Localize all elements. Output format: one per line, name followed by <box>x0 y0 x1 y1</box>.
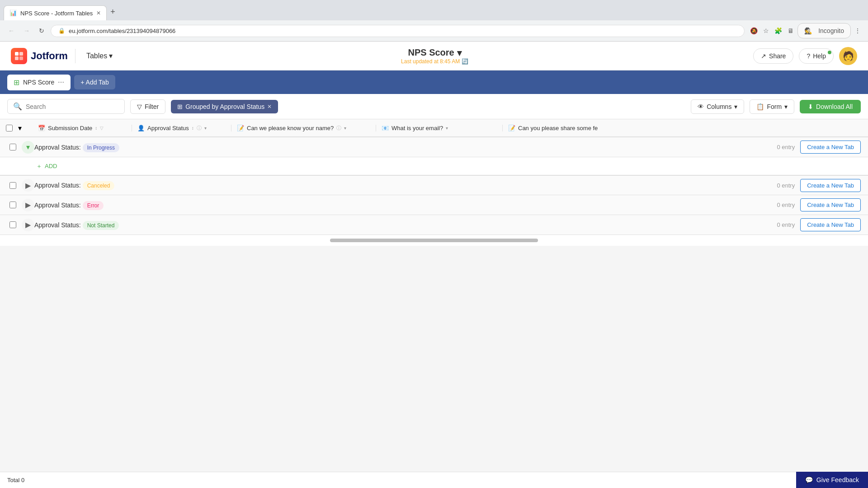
last-updated-text: Last updated at 8:45 AM <box>401 58 460 65</box>
add-row-button[interactable]: ＋ ADD <box>36 162 57 170</box>
bookmark-icon[interactable]: ☆ <box>761 25 771 36</box>
group-checkbox-0[interactable] <box>4 144 22 150</box>
browser-extra-icons: 🔕 ☆ 🧩 🖥 🕵 Incognito ⋮ <box>748 23 863 38</box>
share-label: Can you please share some fe <box>518 125 598 131</box>
add-tab-button[interactable]: + Add Tab <box>74 75 115 89</box>
address-bar[interactable]: 🔒 eu.jotform.com/tables/231394094879066 <box>51 25 745 37</box>
group-expand-2[interactable]: ▶ <box>22 199 34 211</box>
name-header[interactable]: 📝 Can we please know your name? ⓘ ▾ <box>231 125 376 131</box>
submission-date-col-icon: 📅 <box>38 125 45 131</box>
help-label: Help <box>813 52 826 60</box>
tab-label: NPS Score <box>23 79 54 86</box>
help-button[interactable]: ? Help <box>799 48 834 64</box>
tab-options-icon[interactable]: ⋯ <box>58 79 64 86</box>
group-label-text-2: Approval Status: <box>34 202 83 209</box>
page-title[interactable]: NPS Score <box>408 47 461 58</box>
browser-tab-active[interactable]: 📊 NPS Score - Jotform Tables ✕ <box>4 5 107 20</box>
approval-status-caret-icon[interactable]: ▾ <box>204 126 207 131</box>
svg-rect-2 <box>15 56 19 60</box>
submission-date-sort-icon[interactable]: ↕ <box>95 126 97 131</box>
approval-status-header[interactable]: 👤 Approval Status ↕ ⓘ ▾ <box>132 125 231 131</box>
submission-date-header[interactable]: 📅 Submission Date ↕ ▽ <box>33 125 132 131</box>
share-header[interactable]: 📝 Can you please share some fe <box>503 125 868 131</box>
filter-button[interactable]: ▽ Filter <box>130 99 165 114</box>
user-avatar[interactable]: 🧑 <box>839 47 857 65</box>
group-checkbox-1[interactable] <box>4 182 22 189</box>
tables-button[interactable]: Tables <box>83 50 116 62</box>
group-checkbox-2[interactable] <box>4 202 22 208</box>
horizontal-scrollbar[interactable] <box>330 239 538 242</box>
incognito-label: Incognito <box>816 25 846 36</box>
svg-rect-1 <box>19 52 23 56</box>
group-badge-close-icon[interactable]: ✕ <box>267 103 272 110</box>
group-badge[interactable]: ⊞ Grouped by Approval Status ✕ <box>171 100 278 113</box>
back-button[interactable]: ← <box>5 25 17 36</box>
email-caret-icon[interactable]: ▾ <box>446 126 448 131</box>
add-icon: ＋ <box>36 162 42 170</box>
header-expand-col <box>18 124 33 132</box>
nps-score-tab[interactable]: ⊞ NPS Score ⋯ <box>7 75 71 90</box>
page-title-chevron-icon <box>457 47 462 58</box>
name-caret-icon[interactable]: ▾ <box>344 126 346 131</box>
group-label-1: Approval Status: Canceled <box>34 182 777 189</box>
submission-date-filter-icon[interactable]: ▽ <box>100 126 104 131</box>
new-tab-button[interactable]: + <box>107 4 119 20</box>
columns-chevron-icon <box>734 103 737 110</box>
create-new-tab-btn-3[interactable]: Create a New Tab <box>800 218 861 231</box>
approval-status-info-icon[interactable]: ⓘ <box>197 125 202 131</box>
logo-text: Jotform <box>31 50 68 62</box>
search-input[interactable] <box>26 103 116 110</box>
share-col-icon: 📝 <box>508 125 515 131</box>
group-label-3: Approval Status: Not Started <box>34 221 777 229</box>
form-icon: 📋 <box>756 103 764 110</box>
columns-button[interactable]: 👁 Columns <box>691 99 744 114</box>
group-checkbox-input-2[interactable] <box>9 202 16 208</box>
table-container: 📅 Submission Date ↕ ▽ 👤 Approval Status … <box>0 119 868 235</box>
create-new-tab-btn-0[interactable]: Create a New Tab <box>800 141 861 154</box>
forward-button[interactable]: → <box>21 25 33 36</box>
app-header: Jotform Tables NPS Score Last updated at… <box>0 42 868 70</box>
incognito-button[interactable]: 🕵 Incognito <box>797 23 851 38</box>
incognito-icon: 🕵 <box>802 25 814 36</box>
group-expand-0[interactable]: ▾ <box>22 141 34 154</box>
group-expand-3[interactable]: ▶ <box>22 219 34 231</box>
filter-icon: ▽ <box>137 103 142 110</box>
search-box[interactable]: 🔍 <box>7 99 125 114</box>
add-label: ADD <box>45 163 57 169</box>
group-expand-1[interactable]: ▶ <box>22 179 34 192</box>
approval-status-sort-icon[interactable]: ↕ <box>192 126 194 131</box>
header-actions: ↗ Share ? Help 🧑 <box>753 47 857 65</box>
form-button[interactable]: 📋 Form <box>750 99 794 114</box>
grid-icon: ⊞ <box>14 78 19 87</box>
desktop-icon[interactable]: 🖥 <box>786 25 796 36</box>
name-info-icon[interactable]: ⓘ <box>336 125 341 131</box>
scroll-bar-area <box>0 235 868 246</box>
download-button[interactable]: ⬇ Download All <box>800 100 861 113</box>
reload-button[interactable]: ↻ <box>36 25 47 36</box>
group-checkbox-3[interactable] <box>4 221 22 228</box>
help-notification-dot <box>828 51 831 54</box>
tab-close-btn[interactable]: ✕ <box>96 10 101 16</box>
tab-title: NPS Score - Jotform Tables <box>20 10 93 17</box>
share-button[interactable]: ↗ Share <box>753 48 793 64</box>
group-label-2: Approval Status: Error <box>34 202 777 209</box>
group-icon: ⊞ <box>177 103 183 110</box>
columns-icon: 👁 <box>698 103 704 110</box>
more-icon[interactable]: ⋮ <box>853 25 863 36</box>
mute-icon[interactable]: 🔕 <box>748 25 760 36</box>
extensions-icon[interactable]: 🧩 <box>773 25 784 36</box>
group-checkbox-input-0[interactable] <box>9 144 16 150</box>
header-expand-icon <box>18 124 22 132</box>
group-checkbox-input-1[interactable] <box>9 182 16 189</box>
create-new-tab-btn-2[interactable]: Create a New Tab <box>800 198 861 211</box>
select-all-checkbox[interactable] <box>6 125 13 131</box>
svg-rect-0 <box>15 52 19 56</box>
entry-count-0: 0 entry <box>777 144 795 150</box>
download-label: Download All <box>816 103 853 110</box>
header-checkbox-col[interactable] <box>0 125 18 131</box>
email-header[interactable]: 📧 What is your email? ▾ <box>376 125 503 131</box>
create-new-tab-btn-1[interactable]: Create a New Tab <box>800 179 861 192</box>
tab-bar: ⊞ NPS Score ⋯ + Add Tab <box>0 70 868 94</box>
refresh-icon[interactable]: 🔄 <box>462 58 468 65</box>
group-checkbox-input-3[interactable] <box>9 221 16 228</box>
